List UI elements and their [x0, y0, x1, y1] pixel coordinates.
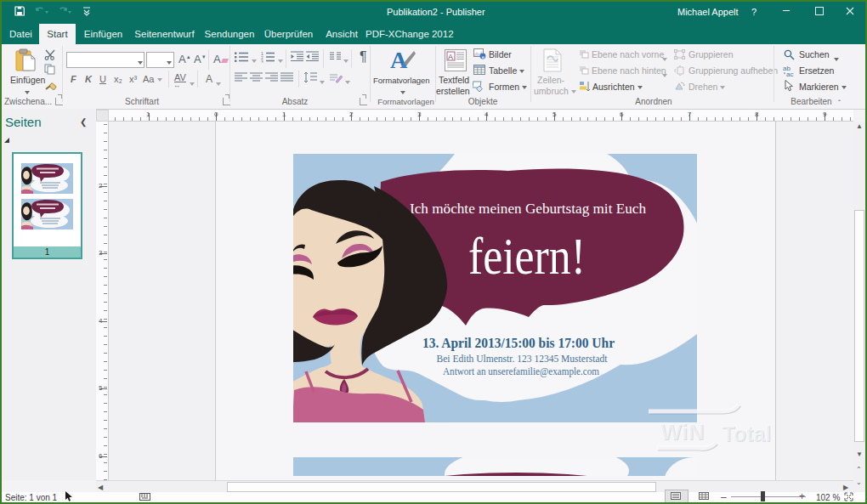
svg-text:A: A	[390, 47, 408, 72]
svg-text:Antwort an unserefamilie@examp: Antwort an unserefamilie@example.com	[443, 365, 599, 377]
svg-text:feiern!: feiern!	[468, 227, 586, 285]
svg-text:Ich möchte meinen Geburtstag m: Ich möchte meinen Geburtstag mit Euch	[410, 201, 646, 217]
svg-text:3: 3	[261, 59, 264, 64]
svg-text:WiN: WiN	[660, 419, 705, 445]
svg-text:Bei Edith Ulmenstr. 123 12345: Bei Edith Ulmenstr. 123 12345 Musterstad…	[437, 353, 608, 365]
svg-text:A: A	[448, 53, 453, 61]
svg-text:Total: Total	[722, 422, 771, 445]
svg-text:13. April 2013/15:00 bis 17:00: 13. April 2013/15:00 bis 17:00 Uhr	[422, 336, 615, 351]
svg-text:ac: ac	[786, 71, 793, 76]
